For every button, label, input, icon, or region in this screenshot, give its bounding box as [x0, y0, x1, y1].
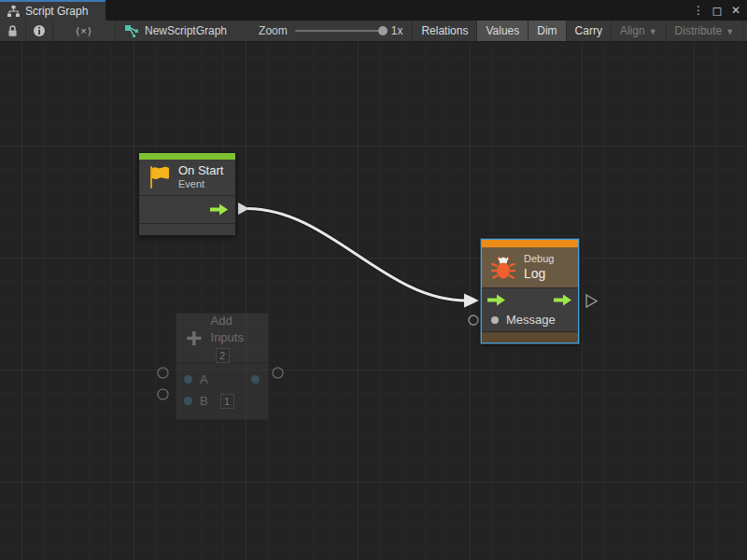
node-subtitle: Inputs2	[211, 329, 261, 364]
info-button[interactable]	[26, 21, 53, 41]
node-subtitle: Event	[178, 178, 223, 191]
bug-icon	[489, 254, 517, 282]
chevron-down-icon: ▼	[726, 27, 734, 36]
input-row-a: A	[176, 369, 268, 390]
toolbar-button-distribute[interactable]: Distribute ▼	[667, 21, 744, 41]
debug-output-port-triangle[interactable]	[586, 295, 597, 307]
graph-asset[interactable]: NewScriptGraph	[116, 21, 236, 41]
view-source-button[interactable]: ⟨×⟩	[53, 21, 116, 41]
node-body: A B 1	[176, 363, 268, 419]
input-b-value-field[interactable]: 1	[220, 394, 234, 409]
add-output-port-circle[interactable]	[273, 368, 283, 378]
zoom-label: Zoom	[259, 24, 288, 37]
lock-button[interactable]	[0, 21, 26, 41]
close-button[interactable]: ✕	[728, 3, 743, 18]
value-port-dot[interactable]	[184, 375, 192, 384]
window-tab-bar: Script Graph ⋮ ◻ ✕	[0, 0, 747, 21]
control-input-arrow-icon[interactable]	[487, 294, 506, 306]
toolbar-button-relations[interactable]: Relations	[413, 21, 477, 41]
lock-icon	[7, 24, 19, 37]
graph-asset-icon	[125, 25, 139, 37]
input-port-label: A	[200, 372, 208, 386]
plus-icon: +	[184, 326, 204, 350]
node-title: On Start	[178, 163, 223, 178]
node-footer	[482, 332, 578, 343]
window-controls: ⋮ ◻ ✕	[691, 0, 747, 21]
control-output-arrow-icon[interactable]	[554, 294, 572, 306]
toolbar-button-dim[interactable]: Dim	[529, 21, 566, 41]
chevron-down-icon: ▼	[649, 27, 657, 36]
node-on-start[interactable]: On Start Event	[138, 152, 236, 236]
inputs-count-field[interactable]: 2	[216, 348, 230, 363]
node-accent-bar	[482, 240, 578, 247]
flag-icon	[147, 164, 172, 190]
hierarchy-icon	[7, 6, 20, 17]
node-title: Add	[211, 313, 261, 329]
toolbar-button-carry[interactable]: Carry	[567, 21, 612, 41]
toolbar-button-align[interactable]: Align ▼	[612, 21, 667, 41]
tab-script-graph[interactable]: Script Graph	[0, 0, 106, 21]
node-body: Message	[482, 288, 578, 331]
node-header[interactable]: On Start Event	[139, 160, 235, 195]
connection-arrowhead	[464, 294, 479, 308]
node-footer	[139, 224, 235, 235]
control-port-row	[482, 288, 578, 311]
node-category: Debug	[524, 253, 554, 266]
debug-message-port-circle[interactable]	[469, 315, 478, 325]
node-add-inputs[interactable]: + Add Inputs2 A B 1	[176, 313, 269, 420]
graph-canvas[interactable]: On Start Event	[0, 42, 747, 560]
info-icon	[33, 24, 46, 37]
node-header[interactable]: Debug Log	[482, 247, 578, 287]
connection-wire[interactable]	[247, 209, 466, 301]
zoom-control: Zoom 1x	[236, 21, 413, 41]
node-title: Log	[524, 266, 554, 283]
node-accent-bar	[139, 153, 235, 160]
zoom-slider-handle[interactable]	[378, 26, 388, 35]
add-input-b-port-circle[interactable]	[158, 389, 168, 399]
input-port-label: Message	[506, 313, 556, 327]
graph-toolbar: ⟨×⟩ NewScriptGraph Zoom 1x Relations Val…	[0, 21, 747, 42]
message-input-row: Message	[482, 311, 578, 327]
window-menu-button[interactable]: ⋮	[691, 3, 706, 18]
toolbar-button-overview[interactable]: Overview	[743, 21, 747, 41]
tab-title: Script Graph	[25, 5, 88, 18]
control-output-arrow-icon[interactable]	[210, 203, 229, 216]
node-header[interactable]: + Add Inputs2	[176, 314, 268, 362]
script-graph-window: Script Graph ⋮ ◻ ✕ ⟨×⟩	[0, 0, 747, 560]
node-body	[139, 196, 235, 223]
code-icon: ⟨×⟩	[76, 25, 92, 37]
add-input-a-port-circle[interactable]	[158, 368, 168, 378]
node-debug-log[interactable]: Debug Log Messag	[481, 239, 579, 343]
maximize-button[interactable]: ◻	[710, 3, 725, 18]
connections-overlay	[0, 42, 747, 560]
zoom-slider[interactable]	[295, 30, 384, 32]
toolbar-button-values[interactable]: Values	[477, 21, 529, 41]
zoom-value: 1x	[391, 24, 403, 37]
input-port-label: B	[200, 394, 208, 408]
value-port-dot[interactable]	[491, 316, 499, 324]
graph-asset-name: NewScriptGraph	[145, 24, 227, 37]
input-row-b: B 1	[176, 390, 268, 412]
value-port-dot[interactable]	[184, 397, 192, 405]
value-output-port-dot[interactable]	[251, 375, 260, 384]
